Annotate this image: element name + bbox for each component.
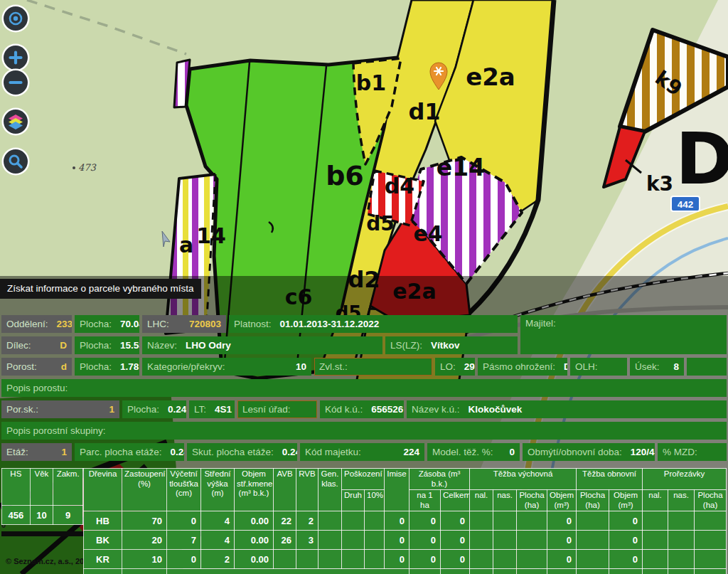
table-cell: 0 [441,569,470,574]
col-header: nas. [493,490,517,511]
field-value: 120/40 [631,447,655,457]
field-value: 224 [403,447,419,457]
col-header: 10% [365,490,385,511]
field-label: % MZD: [663,447,697,457]
table-cell [577,511,609,531]
field-label: Skut. plocha etáže: [192,447,274,457]
stand-summary-table: HSVěkZakm.456109 [1,468,83,525]
table-cell [517,531,547,550]
table-cell: 0.00 [235,550,274,569]
zoom-out-button[interactable] [4,70,28,95]
field-lhc: LHC:720803 [142,315,226,333]
forestry-map-app: b1d1e2ab6d4e14d5e4a14d2c6d5e2ak9k3D 473 … [0,0,728,574]
table-cell [695,531,727,550]
field-model-tez: Model. těž. %:0 [427,443,520,461]
table-cell: 456 [2,506,31,525]
table-cell: 0 [547,550,577,569]
layers-icon [6,112,25,131]
field-value: 1.78 [120,361,139,372]
field-popis-porostu: Popis porostu: [1,379,727,397]
table-cell: 7 [167,531,201,550]
field-usek: Úsek:8 [630,358,684,376]
field-mzd: % MZD: [658,443,727,461]
col-header: Objem stř.kmene (m³ b.k.) [235,469,274,511]
table-cell: 0 [441,550,470,569]
zoom-in-button[interactable] [4,46,28,70]
field-value: 1 [109,404,114,415]
table-cell: 20 [122,531,167,550]
field-lt: LT:4S1 [189,400,235,418]
species-row: KR10020.0000000 [84,550,727,569]
table-cell: 0 [609,550,643,569]
field-value: 29 [464,361,475,372]
field-value: LHO Odry [186,340,231,351]
table-cell: 4 [201,531,235,550]
field-etaz: Etáž:1 [1,443,72,461]
field-lslz: LS(LZ):Vítkov [385,336,518,354]
field-plocha-porsk: Plocha:0.24 [122,400,186,418]
field-label: Pásmo ohrožení: [483,361,555,372]
table-cell [318,511,342,531]
field-label: Kód k.ú.: [325,404,363,415]
col-header: Zastoupení (%) [122,469,167,511]
col-header: Druh [342,490,365,511]
parcel-label-D: D [675,117,728,201]
locate-button[interactable] [4,6,28,31]
field-value: D [60,340,67,351]
col-header: nal. [643,490,668,511]
table-cell: 0 [547,569,577,574]
table-cell: 0 [441,531,470,550]
table-cell: 1 [668,569,695,574]
species-row: HB70040.0022200000 [84,511,727,531]
field-value: 720803 [189,319,221,329]
field-value: 233 [57,319,72,329]
table-cell: 3 [296,531,318,550]
table-cell [318,550,342,569]
table-cell: 0 [441,511,470,531]
spot-height-label: 473 [78,162,97,173]
species-table: DřevinaZastoupení (%)Výčetní tloušťka (c… [83,468,727,574]
field-label: Platnost: [234,319,272,329]
field-label: Porost: [6,361,37,372]
table-cell [517,511,547,531]
table-cell: 26 [274,531,296,550]
field-label: Úsek: [635,361,660,372]
total-row: Celkem:1000000.0000.000110.24 [84,569,727,574]
col-header: Těžba výchovná [470,469,577,490]
table-cell: 1 [643,569,668,574]
magnifier-icon [7,153,24,170]
table-cell: 10 [122,550,167,569]
field-pasmo: Pásmo ohrožení:D [478,358,567,376]
table-cell [577,550,609,569]
table-cell: HB [84,511,122,531]
field-plocha-odd: Plocha:70.04 [75,315,139,333]
parcel-label-d1: d1 [408,98,440,125]
field-oddeleni: Oddělení:233 [1,315,72,333]
table-cell: 0 [547,531,577,550]
field-kategorie: Kategorie/překryv:10 [142,358,311,376]
field-plocha-porost: Plocha:1.78 [75,358,139,376]
layers-button[interactable] [4,110,28,134]
table-cell: 0 [493,569,517,574]
field-zvlst: Zvl.st.: [314,358,432,376]
search-button[interactable] [4,149,28,174]
table-cell: 22 [274,511,296,531]
col-header: Výčetní tloušťka (cm) [167,469,201,511]
field-label: Popis porostní skupiny: [6,425,106,436]
field-value: 1 [61,447,67,457]
field-skut-plocha: Skut. plocha etáže:0.24 [187,443,297,461]
field-label: LS(LZ): [390,340,422,351]
table-cell [342,550,365,569]
field-value: 70.04 [120,319,139,329]
crosshair-icon [7,10,24,27]
field-parc-plocha: Parc. plocha etáže:0.24 [75,443,184,461]
field-label: Model. těž. %: [432,447,493,457]
table-cell [517,550,547,569]
table-cell [470,569,493,574]
field-label: Název: [147,340,177,351]
table-cell: 0 [547,511,577,531]
col-header: Plocha (ha) [695,490,727,511]
field-label: Plocha: [127,404,159,415]
field-label: Oddělení: [6,319,48,329]
field-usek-spacer [687,358,727,376]
